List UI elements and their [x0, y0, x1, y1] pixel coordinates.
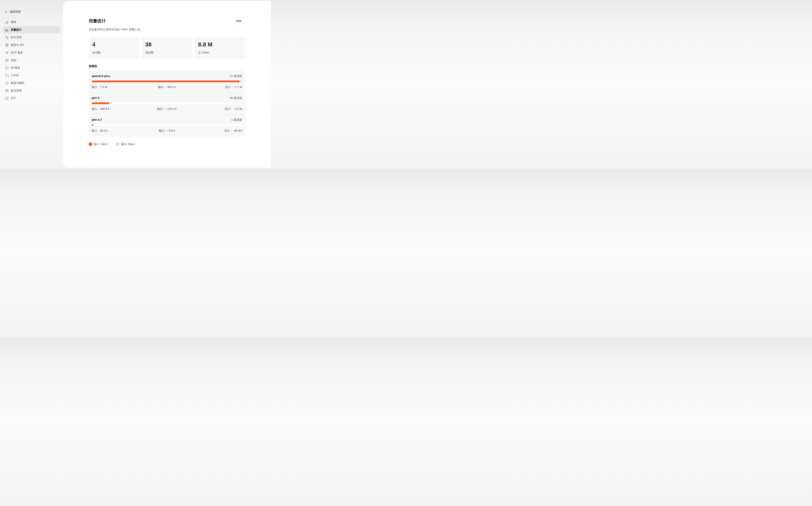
model-usage-list: qwen3.5-plus 12 条消息 输入：7.6 M 输出：~80.4 k …	[89, 71, 245, 137]
output-tokens-stat: 输出：~3.0 k	[142, 129, 192, 133]
refresh-button[interactable]: 刷新	[233, 17, 245, 25]
input-tokens-stat: 输入：7.6 M	[92, 85, 142, 89]
input-tokens-stat: 输入：896.8 k	[92, 107, 142, 111]
by-model-section-title: 按模型	[89, 64, 245, 68]
cpu-icon	[5, 44, 9, 47]
model-name: glm-4.7	[92, 118, 102, 121]
main-panel: 用量统计 刷新 本设备所有已保存对话的 Token 用量汇总。 4 会话数 38…	[63, 1, 271, 168]
pen-icon	[5, 21, 9, 24]
input-token-bar-segment	[92, 124, 93, 126]
model-usage-row: glm-4.7 1 条消息 输入：82.9 k 输出：~3.0 k 总计：~85…	[89, 114, 245, 136]
usage-content: 用量统计 刷新 本设备所有已保存对话的 Token 用量汇总。 4 会话数 38…	[89, 1, 245, 146]
token-legend: 输入 Token 输出 Token	[89, 142, 245, 146]
legend-label: 输出 Token	[121, 142, 135, 146]
usage-settings-window: { "sidebar": { "back_label": "返回应用", "it…	[0, 0, 271, 169]
summary-card-label: 总 Token	[198, 51, 241, 55]
sidebar-item[interactable]: 模型与 API	[3, 41, 60, 49]
input-token-bar-segment	[92, 81, 240, 82]
sidebar-item-label: 用量统计	[11, 28, 22, 31]
legend-swatch	[116, 143, 119, 146]
token-usage-bar	[92, 81, 242, 82]
sidebar-item[interactable]: 提交反馈	[3, 87, 60, 94]
shield-icon	[5, 82, 9, 85]
sidebar-item[interactable]: 积分详情	[3, 34, 60, 41]
sidebar-item[interactable]: MCP 服务	[3, 49, 60, 56]
book-open-icon	[5, 59, 9, 62]
model-message-count: 12 条消息	[230, 74, 242, 78]
settings-sidebar: 返回应用 通用 用量统计 积分详情 模型与 API	[0, 0, 63, 169]
output-tokens-stat: 输出：~80.4 k	[142, 85, 192, 89]
page-subtitle: 本设备所有已保存对话的 Token 用量汇总。	[89, 28, 245, 31]
page-title: 用量统计	[89, 18, 106, 24]
summary-cards: 4 会话数 38 消息数 8.8 M 总 Token	[89, 37, 245, 59]
model-usage-row: glm-5 25 条消息 输入：896.8 k 输出：~120.2 k 总计：~…	[89, 93, 245, 114]
model-name: glm-5	[92, 96, 99, 99]
chart-column-icon	[5, 28, 9, 31]
sidebar-item[interactable]: 工作区	[3, 72, 60, 79]
legend-swatch	[89, 143, 92, 146]
summary-card: 38 消息数	[142, 37, 192, 59]
legend-item: 输入 Token	[89, 142, 108, 146]
summary-card-label: 消息数	[145, 51, 189, 55]
page-header: 用量统计 刷新	[89, 17, 245, 25]
total-tokens-stat: 总计：~85.9 k	[192, 129, 242, 133]
summary-card: 4 会话数	[89, 37, 139, 59]
sidebar-item-label: 工作区	[11, 74, 19, 77]
sidebar-item[interactable]: 技能	[3, 57, 60, 64]
feedback-icon	[5, 89, 9, 92]
back-to-app-label: 返回应用	[10, 10, 21, 14]
sidebar-item-label: 关于	[11, 96, 16, 100]
sidebar-item[interactable]: IM 频道	[3, 64, 60, 72]
sidebar-item-label: 积分详情	[11, 36, 22, 39]
back-to-app-button[interactable]: 返回应用	[3, 10, 60, 14]
model-message-count: 1 条消息	[231, 118, 242, 122]
input-token-bar-segment	[92, 102, 109, 104]
summary-card-value: 4	[92, 41, 136, 48]
sidebar-item-label: 提交反馈	[11, 89, 22, 92]
arrow-left-icon	[4, 10, 8, 14]
legend-item: 输出 Token	[116, 142, 135, 146]
model-message-count: 25 条消息	[230, 96, 242, 100]
message-square-icon	[5, 66, 9, 70]
summary-card: 8.8 M 总 Token	[195, 37, 245, 59]
sidebar-item-label: MCP 服务	[11, 51, 23, 55]
sidebar-item-label: IM 频道	[11, 66, 20, 70]
model-name: qwen3.5-plus	[92, 74, 110, 78]
coins-icon	[5, 36, 9, 39]
sidebar-item-label: 技能	[11, 59, 16, 62]
summary-card-label: 会话数	[92, 51, 136, 55]
total-tokens-stat: 总计：~7.7 M	[192, 85, 242, 89]
summary-card-value: 8.8 M	[198, 41, 241, 48]
legend-label: 输入 Token	[94, 142, 108, 146]
folder-icon	[5, 74, 9, 77]
sidebar-item-label: 数据与隐私	[11, 81, 24, 85]
sidebar-item[interactable]: 用量统计	[3, 26, 60, 33]
sidebar-item[interactable]: 通用	[3, 18, 60, 26]
sidebar-item-label: 通用	[11, 20, 16, 24]
summary-card-value: 38	[145, 41, 189, 48]
sidebar-item[interactable]: 数据与隐私	[3, 79, 60, 87]
info-icon	[5, 97, 9, 100]
sidebar-item[interactable]: 关于	[3, 95, 60, 102]
token-usage-bar	[92, 102, 242, 104]
model-usage-row: qwen3.5-plus 12 条消息 输入：7.6 M 输出：~80.4 k …	[89, 71, 245, 93]
plug-icon	[5, 51, 9, 55]
input-tokens-stat: 输入：82.9 k	[92, 129, 142, 133]
token-usage-bar	[92, 124, 242, 126]
sidebar-nav: 通用 用量统计 积分详情 模型与 API MCP 服务	[3, 18, 60, 102]
sidebar-item-label: 模型与 API	[11, 43, 24, 47]
total-tokens-stat: 总计：~1.0 M	[192, 107, 242, 111]
output-tokens-stat: 输出：~120.2 k	[142, 107, 192, 111]
